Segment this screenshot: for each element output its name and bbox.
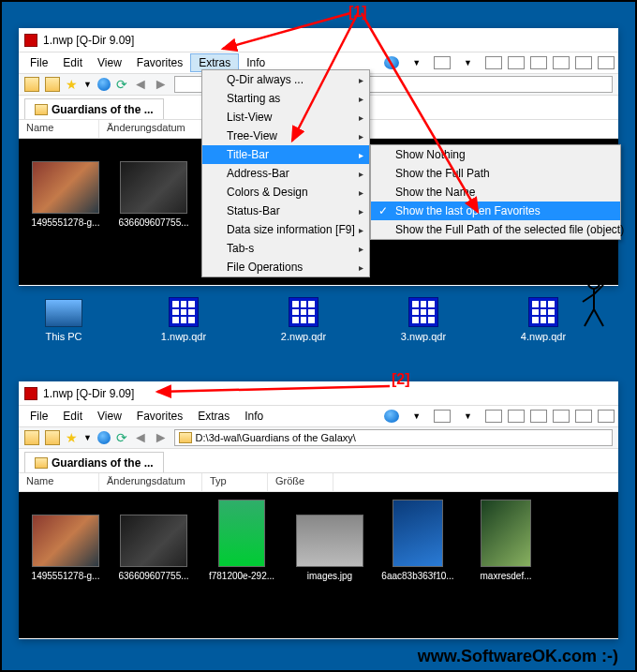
qdr-file-4[interactable]: 4.nwp.qdr [510, 297, 577, 342]
file-label: images.jpg [307, 571, 352, 581]
menu-qdir-always[interactable]: Q-Dir always ... [202, 70, 369, 89]
menu-colors[interactable]: Colors & Design [202, 183, 369, 202]
submenu-show-nothing[interactable]: Show Nothing [371, 145, 620, 164]
col-size[interactable]: Größe [268, 473, 333, 491]
menu-view[interactable]: View [90, 54, 129, 71]
desktop-label: This PC [45, 331, 81, 342]
refresh-icon[interactable]: ⟳ [116, 77, 127, 92]
qdir-window-bottom: 1.nwp [Q-Dir 9.09] File Edit View Favori… [19, 381, 618, 639]
file-label: 1495551278-g... [32, 217, 100, 228]
layout-6-icon[interactable] [575, 56, 592, 69]
folder-mini-icon [35, 104, 48, 115]
desktop-label: 2.nwp.qdr [281, 331, 326, 342]
file-item[interactable]: 1495551278-g... [28, 515, 103, 581]
forward-icon[interactable]: ► [154, 76, 169, 93]
folder-tree-icon[interactable] [45, 430, 60, 445]
layout-2-icon[interactable] [485, 56, 502, 69]
menu-favorites[interactable]: Favorites [129, 408, 190, 425]
window-title: 1.nwp [Q-Dir 9.09] [43, 34, 134, 47]
refresh-icon[interactable]: ⟳ [116, 430, 127, 445]
menu-list-view[interactable]: List-View [202, 108, 369, 127]
menu-edit[interactable]: Edit [55, 408, 90, 425]
menu-address-bar[interactable]: Address-Bar [202, 164, 369, 183]
desktop-icons: This PC 1.nwp.qdr 2.nwp.qdr 3.nwp.qdr 4.… [30, 297, 607, 342]
file-item[interactable]: 6aac83b363f10... [380, 515, 455, 581]
back-icon[interactable]: ◄ [133, 76, 148, 93]
layout-3-icon[interactable] [508, 410, 525, 423]
address-bar[interactable]: D:\3d-wal\Guardians of the Galaxy\ [174, 429, 613, 446]
menu-tree-view[interactable]: Tree-View [202, 127, 369, 145]
layout-4-icon[interactable] [530, 410, 547, 423]
tab-guardians[interactable]: Guardians of the ... [24, 98, 164, 119]
layout-7-icon[interactable] [598, 56, 615, 69]
file-item[interactable]: 636609607755... [116, 161, 191, 228]
folder-icon[interactable] [24, 430, 39, 445]
menu-tabs[interactable]: Tab-s [202, 239, 369, 258]
qdr-file-3[interactable]: 3.nwp.qdr [390, 297, 457, 342]
qdr-file-1[interactable]: 1.nwp.qdr [150, 297, 217, 342]
menu-file[interactable]: File [22, 408, 55, 425]
layout-2-icon[interactable] [485, 410, 502, 423]
qdr-file-2[interactable]: 2.nwp.qdr [270, 297, 337, 342]
globe-toolbar-icon[interactable] [97, 78, 111, 91]
menu-status-bar[interactable]: Status-Bar [202, 202, 369, 220]
layout-1-icon[interactable] [434, 56, 451, 69]
file-item[interactable]: maxresdef... [468, 515, 543, 581]
submenu-show-name[interactable]: Show the Name [371, 183, 620, 202]
col-date[interactable]: Änderungsdatum [99, 120, 202, 138]
file-item[interactable]: 636609607755... [116, 515, 191, 581]
menu-extras[interactable]: Extras [190, 408, 237, 425]
col-date[interactable]: Änderungsdatum [99, 473, 202, 491]
file-item[interactable]: f781200e-292... [204, 515, 279, 581]
favorite-icon[interactable]: ★ [66, 430, 78, 445]
layout-6-icon[interactable] [575, 410, 592, 423]
file-item[interactable]: images.jpg [292, 515, 367, 581]
file-label: 636609607755... [118, 571, 188, 581]
globe-toolbar-icon[interactable] [97, 431, 111, 444]
menu-starting-as[interactable]: Starting as [202, 89, 369, 108]
layout-5-icon[interactable] [553, 410, 570, 423]
thumbnail-icon [120, 161, 187, 214]
menu-title-bar[interactable]: Title-Bar [202, 145, 369, 164]
layout-7-icon[interactable] [598, 410, 615, 423]
menu-favorites[interactable]: Favorites [129, 54, 190, 71]
folder-tree-icon[interactable] [45, 77, 60, 92]
menu-edit[interactable]: Edit [55, 54, 90, 71]
file-label: 1495551278-g... [32, 571, 100, 581]
tab-label: Guardians of the ... [52, 456, 154, 470]
layout-4-icon[interactable] [530, 56, 547, 69]
titlebar[interactable]: 1.nwp [Q-Dir 9.09] [19, 381, 618, 406]
qdr-icon [408, 297, 438, 327]
svg-line-9 [594, 309, 603, 326]
titlebar[interactable]: 1.nwp [Q-Dir 9.09] [19, 28, 618, 52]
file-area[interactable]: 1495551278-g... 636609607755... f781200e… [19, 492, 618, 638]
submenu-show-full-path[interactable]: Show the Full Path [371, 164, 620, 183]
annotation-1: [1] [348, 4, 367, 21]
favorite-icon[interactable]: ★ [66, 77, 78, 92]
menu-info[interactable]: Info [237, 408, 271, 425]
col-type[interactable]: Typ [202, 473, 268, 491]
menu-view[interactable]: View [90, 408, 129, 425]
globe-icon[interactable] [384, 410, 399, 423]
this-pc[interactable]: This PC [30, 299, 97, 342]
col-name[interactable]: Name [19, 473, 99, 491]
submenu-show-full-path-selected[interactable]: Show the Full Path of the selected file … [371, 220, 620, 239]
globe-icon[interactable] [384, 56, 399, 69]
layout-3-icon[interactable] [508, 56, 525, 69]
file-label: f781200e-292... [209, 571, 274, 581]
back-icon[interactable]: ◄ [133, 429, 148, 446]
menu-file[interactable]: File [22, 54, 55, 71]
col-name[interactable]: Name [19, 120, 99, 138]
submenu-show-last-favorites[interactable]: Show the last open Favorites [371, 202, 620, 220]
menu-file-operations[interactable]: File Operations [202, 258, 369, 276]
tab-guardians[interactable]: Guardians of the ... [24, 452, 164, 472]
file-item[interactable]: 1495551278-g... [28, 161, 103, 228]
forward-icon[interactable]: ► [154, 429, 169, 446]
folder-icon[interactable] [24, 77, 39, 92]
path-text: D:\3d-wal\Guardians of the Galaxy\ [196, 432, 356, 443]
layout-1-icon[interactable] [434, 410, 451, 423]
footer-text: www.SoftwareOK.com :-) [418, 647, 618, 666]
column-headers: Name Änderungsdatum Typ Größe [19, 473, 618, 492]
menu-data-size[interactable]: Data size information [F9] [202, 220, 369, 239]
layout-5-icon[interactable] [553, 56, 570, 69]
